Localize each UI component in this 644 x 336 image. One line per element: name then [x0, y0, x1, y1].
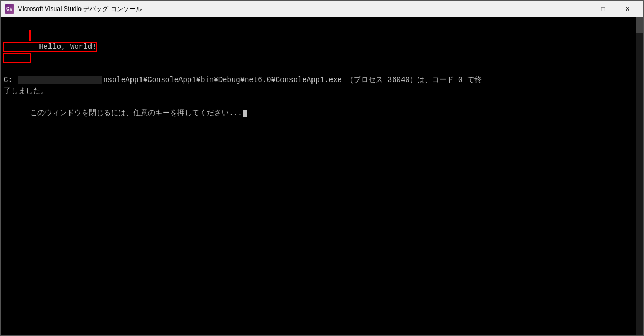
hello-world-highlight: Hello, World!	[4, 43, 96, 62]
cursor-blink	[243, 110, 247, 117]
main-window: C# Microsoft Visual Studio デバッグ コンソール ─ …	[0, 0, 644, 336]
scrollbar-thumb[interactable]	[636, 17, 643, 33]
output-line-4: このウィンドウを閉じるには、任意のキーを押してください...	[4, 97, 640, 130]
app-icon: C#	[5, 4, 14, 14]
output-line-1: Hello, World!	[4, 19, 640, 75]
title-bar: C# Microsoft Visual Studio デバッグ コンソール ─ …	[1, 1, 643, 17]
window-title: Microsoft Visual Studio デバッグ コンソール	[17, 5, 567, 14]
close-button[interactable]: ✕	[615, 1, 639, 17]
console-output: Hello, World! C: nsoleApp1¥ConsoleApp1¥b…	[1, 17, 643, 335]
output-line-2: C: nsoleApp1¥ConsoleApp1¥bin¥Debug¥net6.…	[4, 75, 640, 86]
scrollbar[interactable]	[636, 17, 643, 335]
minimize-button[interactable]: ─	[567, 1, 591, 17]
window-controls: ─ □ ✕	[567, 1, 639, 17]
maximize-button[interactable]: □	[591, 1, 615, 17]
redacted-path	[18, 76, 102, 84]
output-line-3: 了しました。	[4, 86, 640, 97]
